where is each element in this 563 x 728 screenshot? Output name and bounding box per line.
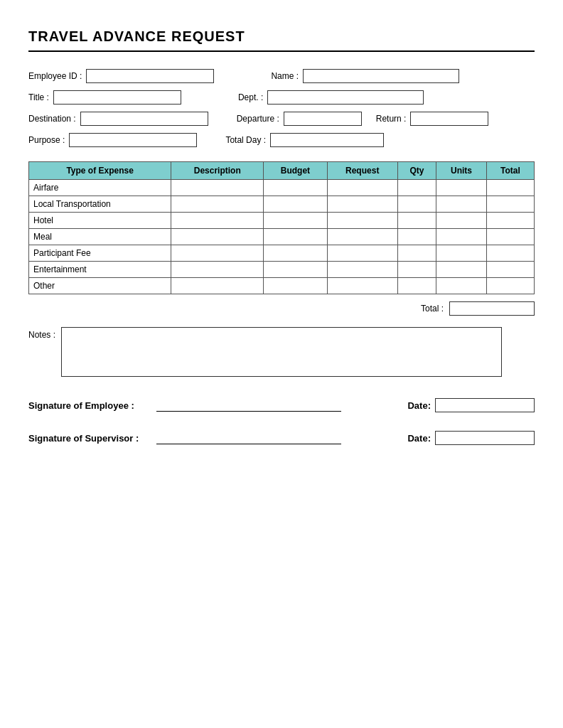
expense-data-cell[interactable] (264, 180, 327, 196)
expense-data-cell[interactable] (327, 180, 397, 196)
col-request: Request (327, 162, 397, 180)
expense-type-cell: Other (29, 278, 171, 294)
col-description: Description (171, 162, 264, 180)
expense-data-cell[interactable] (486, 229, 534, 245)
table-header-row: Type of Expense Description Budget Reque… (29, 162, 535, 180)
form-section: Employee ID : Name : Title : Dept. : Des… (28, 69, 535, 147)
name-label: Name : (271, 71, 299, 81)
sig-row-employee: Signature of Employee : Date: (28, 398, 535, 412)
total-label: Total : (421, 304, 444, 314)
expense-type-cell: Airfare (29, 180, 171, 196)
sig-employee-date-input[interactable] (435, 398, 535, 412)
destination-group: Destination : (28, 112, 208, 126)
expense-data-cell[interactable] (486, 213, 534, 229)
total-day-group: Total Day : (225, 133, 384, 147)
expense-data-cell[interactable] (397, 196, 436, 213)
table-row: Entertainment (29, 262, 535, 278)
expense-data-cell[interactable] (397, 229, 436, 245)
notes-textarea[interactable] (61, 327, 502, 377)
sig-supervisor-date-label: Date: (407, 433, 431, 444)
sig-row-supervisor: Signature of Supervisor : Date: (28, 431, 535, 445)
dept-group: Dept. : (238, 90, 424, 105)
expense-data-cell[interactable] (436, 180, 487, 196)
col-type: Type of Expense (29, 162, 171, 180)
expense-type-cell: Hotel (29, 213, 171, 229)
expense-data-cell[interactable] (486, 245, 534, 262)
expense-data-cell[interactable] (397, 262, 436, 278)
expense-data-cell[interactable] (171, 213, 264, 229)
expense-data-cell[interactable] (327, 196, 397, 213)
table-row: Airfare (29, 180, 535, 196)
total-input[interactable] (449, 301, 535, 316)
table-row: Participant Fee (29, 245, 535, 262)
return-group: Return : (376, 112, 489, 126)
expense-data-cell[interactable] (436, 245, 487, 262)
expense-data-cell[interactable] (171, 180, 264, 196)
table-row: Other (29, 278, 535, 294)
table-row: Local Transportation (29, 196, 535, 213)
expense-data-cell[interactable] (171, 229, 264, 245)
sig-supervisor-date-input[interactable] (435, 431, 535, 445)
expense-data-cell[interactable] (264, 245, 327, 262)
sig-employee-label: Signature of Employee : (28, 400, 142, 411)
expense-data-cell[interactable] (327, 262, 397, 278)
expense-data-cell[interactable] (171, 262, 264, 278)
expense-data-cell[interactable] (171, 196, 264, 213)
expense-data-cell[interactable] (264, 229, 327, 245)
expense-data-cell[interactable] (397, 278, 436, 294)
employee-id-label: Employee ID : (28, 71, 82, 81)
total-day-label: Total Day : (225, 135, 266, 145)
expense-data-cell[interactable] (486, 196, 534, 213)
expense-data-cell[interactable] (397, 213, 436, 229)
destination-label: Destination : (28, 114, 76, 124)
col-qty: Qty (397, 162, 436, 180)
expense-data-cell[interactable] (397, 245, 436, 262)
sig-supervisor-date-group: Date: (407, 431, 535, 445)
expense-data-cell[interactable] (264, 278, 327, 294)
expense-data-cell[interactable] (327, 213, 397, 229)
table-row: Hotel (29, 213, 535, 229)
expense-data-cell[interactable] (436, 278, 487, 294)
expense-data-cell[interactable] (486, 278, 534, 294)
sig-employee-date-label: Date: (407, 400, 431, 411)
expense-data-cell[interactable] (327, 245, 397, 262)
departure-group: Departure : (237, 112, 362, 126)
expense-data-cell[interactable] (436, 213, 487, 229)
purpose-group: Purpose : (28, 133, 197, 147)
expense-data-cell[interactable] (486, 180, 534, 196)
name-input[interactable] (303, 69, 459, 83)
expense-data-cell[interactable] (327, 229, 397, 245)
page: TRAVEL ADVANCE REQUEST Employee ID : Nam… (0, 0, 563, 728)
title-input[interactable] (53, 90, 181, 105)
departure-label: Departure : (237, 114, 279, 124)
expense-table: Type of Expense Description Budget Reque… (28, 161, 535, 294)
col-budget: Budget (264, 162, 327, 180)
expense-data-cell[interactable] (327, 278, 397, 294)
total-day-input[interactable] (270, 133, 384, 147)
expense-type-cell: Meal (29, 229, 171, 245)
dept-input[interactable] (267, 90, 424, 105)
notes-section: Notes : (28, 327, 535, 377)
expense-data-cell[interactable] (264, 196, 327, 213)
expense-type-cell: Local Transportation (29, 196, 171, 213)
return-input[interactable] (410, 112, 488, 126)
notes-label: Notes : (28, 330, 55, 340)
form-row-4: Purpose : Total Day : (28, 133, 535, 147)
expense-data-cell[interactable] (171, 278, 264, 294)
title-field-label: Title : (28, 92, 49, 102)
table-row: Meal (29, 229, 535, 245)
expense-data-cell[interactable] (486, 262, 534, 278)
expense-data-cell[interactable] (436, 262, 487, 278)
employee-id-input[interactable] (86, 69, 214, 83)
departure-input[interactable] (284, 112, 362, 126)
signature-section: Signature of Employee : Date: Signature … (28, 398, 535, 445)
expense-data-cell[interactable] (264, 262, 327, 278)
expense-data-cell[interactable] (397, 180, 436, 196)
destination-input[interactable] (80, 112, 208, 126)
purpose-input[interactable] (69, 133, 197, 147)
expense-data-cell[interactable] (436, 196, 487, 213)
employee-id-group: Employee ID : (28, 69, 214, 83)
expense-data-cell[interactable] (171, 245, 264, 262)
expense-data-cell[interactable] (436, 229, 487, 245)
expense-data-cell[interactable] (264, 213, 327, 229)
